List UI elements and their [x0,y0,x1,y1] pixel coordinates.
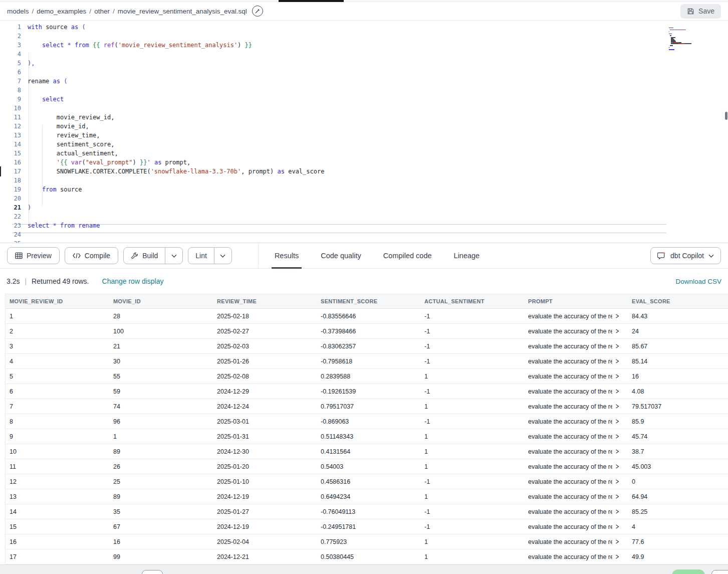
expand-prompt-icon[interactable] [615,404,619,409]
prompt-preview-text: evaluate the accuracy of the res… [528,493,612,500]
cell-eval-score: 45.003 [628,463,728,470]
code-line[interactable] [28,176,728,185]
breadcrumb-segment[interactable]: other [94,8,110,15]
code-line[interactable]: ), [28,59,728,68]
expand-prompt-icon[interactable] [615,434,619,439]
cell-review-time: 2025-01-20 [213,463,317,470]
expand-prompt-icon[interactable] [615,524,619,529]
cell-eval-score: 24 [628,328,728,335]
table-row: 912025-01-310.511483431evaluate the accu… [6,429,728,444]
cell-prompt: evaluate the accuracy of the res… [524,358,628,365]
code-line[interactable]: actual_sentiment, [28,149,728,158]
build-button[interactable]: Build [124,248,165,264]
change-row-display-link[interactable]: Change row display [102,277,164,285]
code-line[interactable]: select * from {{ ref('movie_review_senti… [28,41,728,50]
breadcrumb-segment[interactable]: movie_review_sentiment_analysis_eval.sql [118,8,247,15]
tab-results[interactable]: Results [275,243,299,269]
code-line[interactable]: movie_id, [28,122,728,131]
cell-eval-score: 16 [628,373,728,380]
cell-prompt: evaluate the accuracy of the res… [524,403,628,410]
preview-button[interactable]: Preview [7,247,60,264]
chevron-down-icon [220,254,225,258]
code-line[interactable]: rename as ( [28,77,728,86]
expand-prompt-icon[interactable] [615,479,619,484]
code-line[interactable] [28,86,728,95]
dbt-copilot-button[interactable]: dbt Copilot [650,247,721,264]
tab-lineage[interactable]: Lineage [454,243,480,269]
build-dropdown-button[interactable] [165,248,182,264]
code-line[interactable] [28,50,728,59]
code-line[interactable] [28,212,728,221]
lint-button[interactable]: Lint [188,248,214,264]
compile-label: Compile [85,252,110,260]
cell-sentiment-score: 0.79517037 [317,403,420,410]
cell-actual-sentiment: -1 [420,358,524,365]
expand-prompt-icon[interactable] [615,449,619,454]
code-line[interactable]: sentiment_score, [28,140,728,149]
line-number: 7 [0,77,21,86]
code-line[interactable]: SNOWFLAKE.CORTEX.COMPLETE('snowflake-lla… [28,167,728,176]
expand-prompt-icon[interactable] [615,509,619,514]
cell-prompt: evaluate the accuracy of the res… [524,478,628,485]
cell-eval-score: 64.94 [628,493,728,500]
cell-actual-sentiment: 1 [420,463,524,470]
column-header-sentiment_score: SENTIMENT_SCORE [317,298,420,304]
table-row: 6592024-12-29-0.19261539-1evaluate the a… [6,384,728,399]
compile-button[interactable]: Compile [65,247,118,264]
expand-prompt-icon[interactable] [615,389,619,394]
expand-prompt-icon[interactable] [615,554,619,559]
code-line[interactable] [28,32,728,41]
line-number: 23 [0,221,21,230]
partial-button[interactable] [711,570,728,574]
download-csv-link[interactable]: Download CSV [675,278,721,285]
breadcrumb-segment[interactable]: demo_examples [37,8,86,15]
code-line[interactable]: movie_review_id, [28,113,728,122]
tab-code-quality[interactable]: Code quality [321,243,361,269]
code-lines[interactable]: with source as ( select * from {{ ref('m… [21,23,728,243]
lint-dropdown-button[interactable] [214,248,231,264]
code-line[interactable] [28,230,728,239]
line-number: 19 [0,185,21,194]
results-tab-bar: ResultsCode qualityCompiled codeLineage [275,243,479,269]
edit-file-icon[interactable] [252,6,263,17]
code-line[interactable] [28,68,728,77]
prompt-preview-text: evaluate the accuracy of the res… [528,373,612,380]
code-line[interactable]: from source [28,185,728,194]
expand-prompt-icon[interactable] [615,464,619,469]
partial-green-pill[interactable] [672,569,705,574]
expand-prompt-icon[interactable] [615,314,619,318]
breadcrumb: models/demo_examples/other/movie_review_… [7,8,247,15]
editor-scrollbar-thumb[interactable] [725,112,727,120]
code-line[interactable]: select [28,95,728,104]
code-line[interactable] [28,104,728,113]
expand-prompt-icon[interactable] [615,329,619,333]
line-number: 4 [0,50,21,59]
cell-movie-id: 89 [109,448,213,455]
cell-prompt: evaluate the accuracy of the res… [524,388,628,395]
table-body: 1282025-02-18-0.83556646-1evaluate the a… [6,309,728,564]
expand-prompt-icon[interactable] [615,344,619,348]
breadcrumb-segment[interactable]: models [7,8,29,15]
code-minimap[interactable] [669,24,725,49]
expand-prompt-icon[interactable] [615,539,619,544]
code-line[interactable]: with source as ( [28,23,728,32]
code-line[interactable]: ) [28,203,728,212]
code-line[interactable]: select * from rename [28,221,728,230]
code-line[interactable]: '{{ var("eval_prompt") }}' as prompt, [28,158,728,167]
sql-code-editor[interactable]: 1234567891011121314151617181920212223242… [0,21,728,243]
table-row: 12252025-01-100.4586316-1evaluate the ac… [6,474,728,489]
tab-compiled-code[interactable]: Compiled code [383,243,432,269]
code-line[interactable] [28,194,728,203]
expand-prompt-icon[interactable] [615,494,619,499]
code-line[interactable]: review_time, [28,131,728,140]
lint-split-button: Lint [188,247,232,264]
expand-prompt-icon[interactable] [615,419,619,424]
save-button[interactable]: Save [680,4,721,19]
prompt-preview-text: evaluate the accuracy of the res… [528,388,612,395]
expand-prompt-icon[interactable] [615,359,619,363]
cell-movie-review-id: 8 [6,418,109,425]
expand-prompt-icon[interactable] [615,374,619,378]
partial-button[interactable] [142,570,163,574]
line-number: 16 [0,158,21,167]
line-number: 17 [0,167,21,176]
